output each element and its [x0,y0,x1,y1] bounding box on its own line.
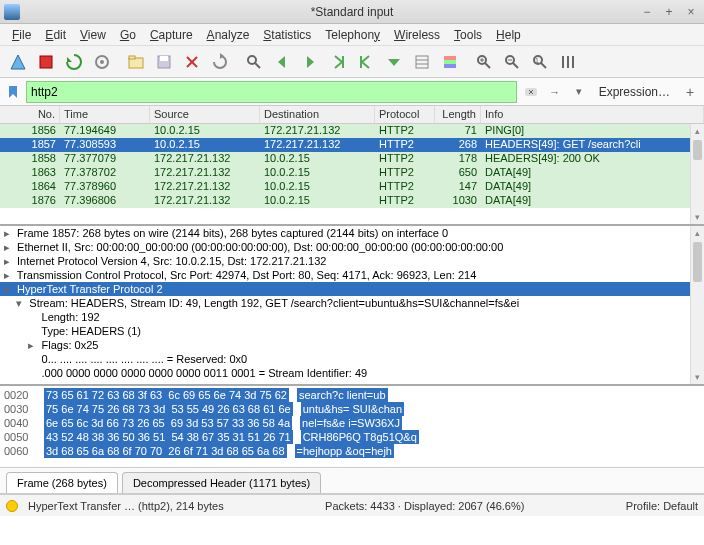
packet-list-header: No. Time Source Destination Protocol Len… [0,106,704,124]
zoom-reset-button[interactable]: 1 [527,49,553,75]
menu-edit[interactable]: Edit [39,26,72,44]
detail-line[interactable]: .000 0000 0000 0000 0000 0000 0011 0001 … [0,366,704,380]
detail-line[interactable]: ▸ Internet Protocol Version 4, Src: 10.0… [0,254,704,268]
save-file-button[interactable] [151,49,177,75]
find-button[interactable] [241,49,267,75]
detail-line[interactable]: 0... .... .... .... .... .... .... .... … [0,352,704,366]
status-profile[interactable]: Profile: Default [626,500,698,512]
go-back-button[interactable] [269,49,295,75]
packet-details-pane[interactable]: ▸ Frame 1857: 268 bytes on wire (2144 bi… [0,226,704,386]
detail-line[interactable]: ▾ HyperText Transfer Protocol 2 [0,282,704,296]
column-source[interactable]: Source [150,106,260,123]
bytes-tabs: Frame (268 bytes) Decompressed Header (1… [0,468,704,494]
menu-file[interactable]: File [6,26,37,44]
display-filter-input[interactable] [26,81,517,103]
bookmark-filter-icon[interactable] [4,83,22,101]
close-file-button[interactable] [179,49,205,75]
restart-capture-button[interactable] [61,49,87,75]
menu-statistics[interactable]: Statistics [257,26,317,44]
filter-history-button[interactable]: ▾ [569,82,589,102]
start-capture-button[interactable] [5,49,31,75]
column-length[interactable]: Length [435,106,481,123]
svg-line-10 [255,63,260,68]
svg-line-24 [513,63,518,68]
hex-line[interactable]: 005043 52 48 38 36 50 36 51 54 38 67 35 … [4,430,700,444]
open-file-button[interactable] [123,49,149,75]
svg-rect-6 [160,56,168,61]
toolbar: 1 [0,46,704,78]
stop-capture-button[interactable] [33,49,59,75]
colorize-button[interactable] [437,49,463,75]
filter-bar: → ▾ Expression… + [0,78,704,106]
resize-columns-button[interactable] [555,49,581,75]
window-titlebar: *Standard input − + × [0,0,704,24]
svg-rect-17 [444,60,456,64]
go-first-button[interactable] [353,49,379,75]
status-field-info: HyperText Transfer … (http2), 214 bytes [28,500,224,512]
zoom-in-button[interactable] [471,49,497,75]
menu-analyze[interactable]: Analyze [201,26,256,44]
menu-go[interactable]: Go [114,26,142,44]
hex-line[interactable]: 002073 65 61 72 63 68 3f 63 6c 69 65 6e … [4,388,700,402]
go-last-button[interactable] [381,49,407,75]
svg-line-20 [485,63,490,68]
menu-tools[interactable]: Tools [448,26,488,44]
detail-line[interactable]: Length: 192 [0,310,704,324]
window-title: *Standard input [311,5,394,19]
detail-line[interactable]: Type: HEADERS (1) [0,324,704,338]
maximize-button[interactable]: + [660,5,678,19]
clear-filter-button[interactable] [521,82,541,102]
packet-row[interactable]: 186377.378702172.217.21.13210.0.2.15HTTP… [0,166,704,180]
packet-row[interactable]: 185777.30859310.0.2.15172.217.21.132HTTP… [0,138,704,152]
capture-options-button[interactable] [89,49,115,75]
minimize-button[interactable]: − [638,5,656,19]
detail-line[interactable]: ▸ Ethernet II, Src: 00:00:00_00:00:00 (0… [0,240,704,254]
menu-help[interactable]: Help [490,26,527,44]
hex-line[interactable]: 00603d 68 65 6a 68 6f 70 70 26 6f 71 3d … [4,444,700,458]
detail-line[interactable]: ▸ Flags: 0x25 [0,338,704,352]
column-no[interactable]: No. [0,106,60,123]
hex-line[interactable]: 003075 6e 74 75 26 68 73 3d 53 55 49 26 … [4,402,700,416]
menu-view[interactable]: View [74,26,112,44]
status-packet-count: Packets: 4433 · Displayed: 2067 (46.6%) [325,500,524,512]
expression-button[interactable]: Expression… [593,85,676,99]
packet-row[interactable]: 185677.19464910.0.2.15172.217.21.132HTTP… [0,124,704,138]
go-to-packet-button[interactable] [325,49,351,75]
tab-decompressed-header[interactable]: Decompressed Header (1171 bytes) [122,472,321,493]
zoom-out-button[interactable] [499,49,525,75]
add-filter-button[interactable]: + [680,84,700,100]
detail-line[interactable]: ▾ Stream: HEADERS, Stream ID: 49, Length… [0,296,704,310]
details-scrollbar[interactable]: ▴ ▾ [690,226,704,384]
svg-point-2 [100,60,104,64]
menu-wireless[interactable]: Wireless [388,26,446,44]
svg-text:1: 1 [535,57,539,64]
detail-line[interactable]: ▸ Transmission Control Protocol, Src Por… [0,268,704,282]
svg-point-9 [248,56,256,64]
auto-scroll-button[interactable] [409,49,435,75]
go-forward-button[interactable] [297,49,323,75]
column-time[interactable]: Time [60,106,150,123]
reload-button[interactable] [207,49,233,75]
expert-info-icon[interactable] [6,500,18,512]
hex-line[interactable]: 00406e 65 6c 3d 66 73 26 65 69 3d 53 57 … [4,416,700,430]
packet-list-scrollbar[interactable]: ▴ ▾ [690,124,704,224]
column-protocol[interactable]: Protocol [375,106,435,123]
svg-rect-0 [40,56,52,68]
packet-list-body[interactable]: 185677.19464910.0.2.15172.217.21.132HTTP… [0,124,704,224]
packet-row[interactable]: 185877.377079172.217.21.13210.0.2.15HTTP… [0,152,704,166]
packet-row[interactable]: 187677.396806172.217.21.13210.0.2.15HTTP… [0,194,704,208]
packet-row[interactable]: 186477.378960172.217.21.13210.0.2.15HTTP… [0,180,704,194]
svg-rect-4 [129,56,135,59]
packet-list-pane: No. Time Source Destination Protocol Len… [0,106,704,226]
column-info[interactable]: Info [481,106,704,123]
menu-capture[interactable]: Capture [144,26,199,44]
column-destination[interactable]: Destination [260,106,375,123]
detail-line[interactable]: ▸ Frame 1857: 268 bytes on wire (2144 bi… [0,226,704,240]
packet-bytes-pane[interactable]: 002073 65 61 72 63 68 3f 63 6c 69 65 6e … [0,386,704,468]
svg-rect-18 [444,64,456,68]
tab-frame[interactable]: Frame (268 bytes) [6,472,118,493]
menu-telephony[interactable]: Telephony [319,26,386,44]
svg-rect-16 [444,56,456,60]
apply-filter-button[interactable]: → [545,82,565,102]
close-button[interactable]: × [682,5,700,19]
